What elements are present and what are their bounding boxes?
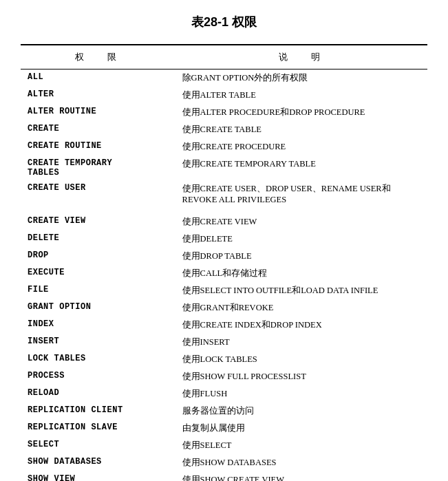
privilege-cell: SHOW DATABASES [21, 454, 175, 471]
col-header-privilege: 权 限 [21, 45, 175, 70]
description-cell: 使用CREATE TABLE [175, 121, 427, 138]
table-row: GRANT OPTION使用GRANT和REVOKE [21, 299, 427, 317]
description-cell: 由复制从属使用 [175, 420, 427, 437]
description-cell: 使用CREATE TEMPORARY TABLE [175, 156, 427, 180]
privilege-cell: CREATE ROUTINE [21, 138, 175, 156]
privilege-cell: CREATE USER [21, 180, 175, 208]
privilege-cell: ALTER ROUTINE [21, 104, 175, 121]
privilege-cell: RELOAD [21, 385, 175, 403]
description-cell: 服务器位置的访问 [175, 403, 427, 420]
table-row: FILE使用SELECT INTO OUTFILE和LOAD DATA INFI… [21, 282, 427, 299]
description-cell: 使用CALL和存储过程 [175, 265, 427, 282]
privilege-cell: ALL [21, 70, 175, 87]
table-row: CREATE VIEW使用CREATE VIEW [21, 213, 427, 231]
privilege-cell: FILE [21, 282, 175, 299]
description-cell: 使用SELECT [175, 437, 427, 454]
table-row: SHOW VIEW使用SHOW CREATE VIEW [21, 471, 427, 481]
description-cell: 使用SHOW DATABASES [175, 454, 427, 471]
table-row: SELECT使用SELECT [21, 437, 427, 454]
description-cell: 使用ALTER PROCEDURE和DROP PROCEDURE [175, 104, 427, 121]
description-cell: 使用LOCK TABLES [175, 351, 427, 368]
page-title: 表28-1 权限 [21, 14, 427, 30]
table-row: CREATE ROUTINE使用CREATE PROCEDURE [21, 138, 427, 156]
description-cell: 使用CREATE INDEX和DROP INDEX [175, 317, 427, 334]
table-row: ALTER使用ALTER TABLE [21, 87, 427, 104]
table-row: REPLICATION SLAVE由复制从属使用 [21, 420, 427, 437]
privilege-cell: ALTER [21, 87, 175, 104]
table-row: REPLICATION CLIENT服务器位置的访问 [21, 403, 427, 420]
table-row: DROP使用DROP TABLE [21, 248, 427, 265]
table-row: ALL除GRANT OPTION外的所有权限 [21, 70, 427, 87]
table-row: RELOAD使用FLUSH [21, 385, 427, 403]
description-cell: 使用CREATE VIEW [175, 213, 427, 231]
table-row: CREATE TEMPORARY TABLES使用CREATE TEMPORAR… [21, 156, 427, 180]
privilege-cell: CREATE TEMPORARY TABLES [21, 156, 175, 180]
col-header-description: 说 明 [175, 45, 427, 70]
table-row: CREATE USER使用CREATE USER、DROP USER、RENAM… [21, 180, 427, 208]
description-cell: 使用FLUSH [175, 385, 427, 403]
privilege-cell: LOCK TABLES [21, 351, 175, 368]
privilege-cell: REPLICATION SLAVE [21, 420, 175, 437]
privilege-cell: PROCESS [21, 368, 175, 385]
table-row: INDEX使用CREATE INDEX和DROP INDEX [21, 317, 427, 334]
description-cell: 使用SHOW CREATE VIEW [175, 471, 427, 481]
description-cell: 使用SELECT INTO OUTFILE和LOAD DATA INFILE [175, 282, 427, 299]
table-row: CREATE使用CREATE TABLE [21, 121, 427, 138]
privilege-cell: SHOW VIEW [21, 471, 175, 481]
description-cell: 使用SHOW FULL PROCESSLIST [175, 368, 427, 385]
table-row: ALTER ROUTINE使用ALTER PROCEDURE和DROP PROC… [21, 104, 427, 121]
table-row: DELETE使用DELETE [21, 231, 427, 248]
table-row: INSERT使用INSERT [21, 334, 427, 351]
table-row: SHOW DATABASES使用SHOW DATABASES [21, 454, 427, 471]
privilege-cell: CREATE [21, 121, 175, 138]
privilege-cell: CREATE VIEW [21, 213, 175, 231]
description-cell: 使用CREATE PROCEDURE [175, 138, 427, 156]
privilege-cell: GRANT OPTION [21, 299, 175, 317]
table-row: PROCESS使用SHOW FULL PROCESSLIST [21, 368, 427, 385]
privilege-cell: EXECUTE [21, 265, 175, 282]
privilege-cell: DROP [21, 248, 175, 265]
description-cell: 使用DELETE [175, 231, 427, 248]
privilege-cell: DELETE [21, 231, 175, 248]
description-cell: 使用INSERT [175, 334, 427, 351]
privileges-table: 权 限 说 明 ALL除GRANT OPTION外的所有权限ALTER使用ALT… [21, 44, 427, 481]
privilege-cell: INDEX [21, 317, 175, 334]
description-cell: 使用GRANT和REVOKE [175, 299, 427, 317]
description-cell: 使用DROP TABLE [175, 248, 427, 265]
privilege-cell: SELECT [21, 437, 175, 454]
table-row: EXECUTE使用CALL和存储过程 [21, 265, 427, 282]
privilege-cell: REPLICATION CLIENT [21, 403, 175, 420]
privilege-cell: INSERT [21, 334, 175, 351]
description-cell: 使用ALTER TABLE [175, 87, 427, 104]
table-row: LOCK TABLES使用LOCK TABLES [21, 351, 427, 368]
description-cell: 使用CREATE USER、DROP USER、RENAME USER和REVO… [175, 180, 427, 208]
description-cell: 除GRANT OPTION外的所有权限 [175, 70, 427, 87]
